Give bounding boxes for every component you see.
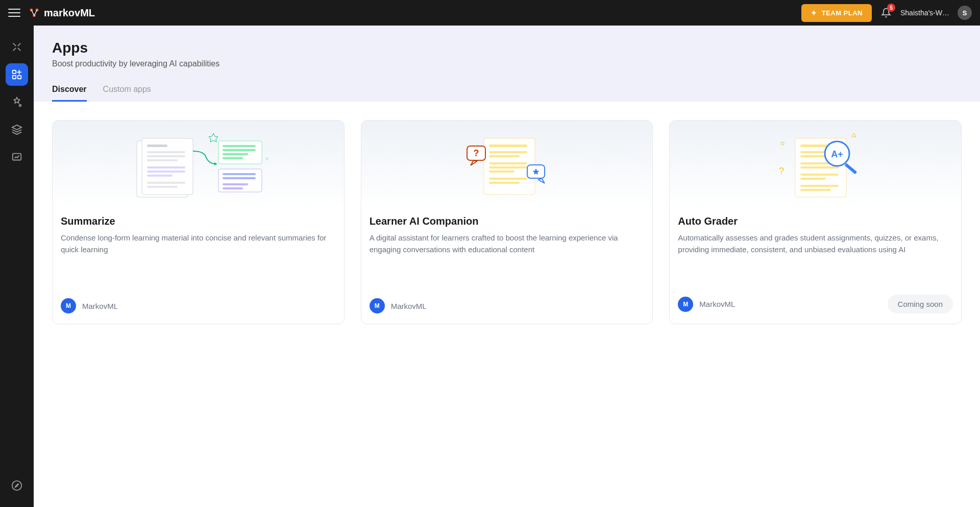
top-header: markovML TEAM PLAN 5 Shaistha's-W… S — [0, 0, 980, 26]
svg-rect-3 — [13, 70, 16, 74]
svg-rect-34 — [489, 144, 527, 147]
page-header: Apps Boost productivity by leveraging AI… — [34, 26, 980, 102]
svg-rect-52 — [800, 178, 826, 180]
svg-point-59 — [781, 142, 784, 145]
author-name: MarkovML — [391, 302, 427, 310]
author-avatar: M — [61, 298, 76, 313]
page-title: Apps — [52, 40, 962, 56]
grader-illustration-icon: A+ ? — [744, 128, 887, 200]
svg-rect-30 — [223, 183, 248, 185]
card-description: Condense long-form learning material int… — [61, 232, 336, 288]
svg-rect-35 — [489, 151, 527, 153]
svg-marker-9 — [15, 484, 18, 487]
user-avatar[interactable]: S — [958, 6, 972, 20]
card-author: M MarkovML — [678, 297, 735, 312]
brand-logo[interactable]: markovML — [29, 7, 95, 19]
svg-rect-39 — [489, 171, 514, 173]
workspace-label[interactable]: Shaistha's-W… — [900, 9, 949, 17]
card-illustration — [53, 120, 344, 207]
svg-rect-16 — [147, 166, 185, 168]
content-area: Apps Boost productivity by leveraging AI… — [34, 26, 980, 507]
coming-soon-badge: Coming soon — [888, 295, 953, 313]
svg-rect-29 — [223, 177, 256, 179]
app-card-summarize[interactable]: Summarize Condense long-form learning ma… — [52, 120, 345, 324]
author-name: MarkovML — [82, 302, 118, 310]
sidebar-item-ai[interactable] — [6, 91, 28, 113]
svg-text:A+: A+ — [831, 149, 843, 159]
svg-marker-21 — [214, 162, 217, 165]
left-sidebar — [0, 26, 34, 507]
summarize-illustration-icon — [127, 128, 270, 200]
svg-rect-41 — [489, 182, 520, 184]
svg-rect-4 — [18, 76, 21, 79]
svg-rect-19 — [147, 182, 185, 184]
svg-rect-5 — [13, 76, 16, 79]
svg-rect-28 — [223, 173, 256, 175]
svg-rect-13 — [147, 151, 185, 153]
svg-rect-24 — [223, 149, 256, 151]
sidebar-item-analytics[interactable] — [6, 146, 28, 168]
cards-grid: Summarize Condense long-form learning ma… — [34, 102, 980, 343]
card-illustration: ? — [361, 120, 653, 207]
author-avatar: M — [678, 297, 693, 312]
svg-rect-12 — [147, 144, 167, 147]
card-illustration: A+ ? — [670, 120, 961, 207]
svg-rect-37 — [489, 162, 527, 164]
card-title: Auto Grader — [678, 215, 953, 227]
app-card-learner-companion[interactable]: ? Learner AI Companion A digital assista… — [361, 120, 653, 324]
svg-point-32 — [266, 158, 268, 160]
card-author: M MarkovML — [370, 298, 427, 313]
sidebar-item-workflows[interactable] — [6, 36, 28, 58]
team-plan-button[interactable]: TEAM PLAN — [801, 4, 872, 22]
svg-rect-54 — [800, 189, 831, 191]
author-name: MarkovML — [699, 300, 735, 308]
svg-rect-15 — [147, 159, 178, 161]
markov-logo-icon — [29, 7, 40, 18]
tabs: Discover Custom apps — [52, 79, 962, 102]
svg-rect-7 — [13, 154, 21, 160]
card-title: Learner AI Companion — [370, 215, 645, 227]
sidebar-item-models[interactable] — [6, 118, 28, 141]
hamburger-menu[interactable] — [8, 7, 20, 19]
sidebar-item-apps[interactable] — [6, 63, 28, 86]
svg-point-6 — [19, 105, 21, 107]
author-avatar: M — [370, 298, 385, 313]
page-subtitle: Boost productivity by leveraging AI capa… — [52, 59, 962, 68]
svg-rect-26 — [223, 157, 243, 159]
svg-rect-18 — [147, 175, 173, 177]
card-description: A digital assistant for learners crafted… — [370, 232, 645, 288]
app-card-auto-grader[interactable]: A+ ? Auto Grader Automatically assesses … — [669, 120, 962, 324]
svg-text:?: ? — [779, 166, 784, 176]
card-author: M MarkovML — [61, 298, 118, 313]
svg-rect-17 — [147, 171, 185, 173]
brand-text: markovML — [44, 7, 95, 19]
card-title: Summarize — [61, 215, 336, 227]
tab-discover[interactable]: Discover — [52, 79, 87, 102]
svg-rect-38 — [489, 166, 527, 168]
svg-rect-36 — [489, 155, 520, 157]
card-description: Automatically assesses and grades studen… — [678, 232, 953, 284]
learner-illustration-icon: ? — [435, 128, 578, 200]
svg-text:?: ? — [473, 148, 479, 158]
svg-rect-14 — [147, 155, 185, 157]
svg-rect-40 — [489, 178, 527, 180]
svg-rect-31 — [223, 187, 243, 189]
svg-rect-53 — [800, 185, 839, 187]
sidebar-item-explore[interactable] — [6, 474, 28, 497]
svg-rect-23 — [223, 145, 256, 147]
svg-rect-22 — [218, 141, 262, 164]
notifications-button[interactable]: 5 — [880, 7, 892, 19]
svg-rect-51 — [800, 174, 839, 176]
svg-point-8 — [12, 481, 21, 490]
svg-rect-50 — [800, 166, 839, 168]
notification-badge: 5 — [887, 4, 895, 12]
svg-rect-20 — [147, 186, 178, 188]
svg-rect-25 — [223, 153, 248, 155]
tab-custom-apps[interactable]: Custom apps — [103, 79, 151, 102]
lightning-icon — [811, 9, 818, 16]
